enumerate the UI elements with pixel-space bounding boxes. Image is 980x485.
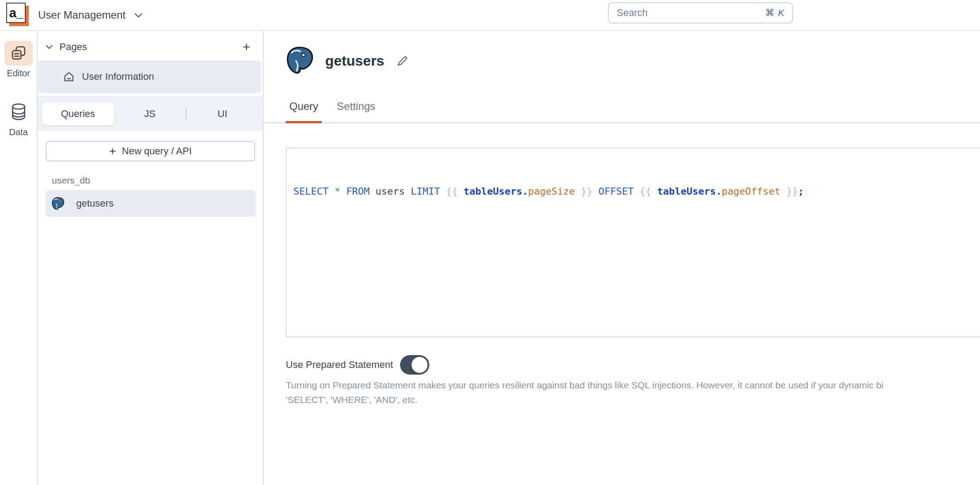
tab-queries-label: Queries [61,108,95,120]
search-input[interactable] [617,7,765,19]
tab-query-label: Query [289,100,318,112]
home-icon [63,71,75,82]
tab-settings-label: Settings [337,100,375,112]
explorer-tab-bar: Queries JS UI [38,97,263,131]
tab-query[interactable]: Query [286,98,322,122]
rail-label-data: Data [9,127,27,137]
main-panel: getusers Query Settings SELECT * FROM us… [264,31,980,485]
pencil-icon [397,55,409,67]
app-title-dropdown[interactable]: User Management [38,0,143,30]
new-query-label: New query / API [122,145,192,157]
prepared-statement-help: Turning on Prepared Statement makes your… [286,378,980,407]
rail-item-editor[interactable]: Editor [0,41,37,78]
sidebar: Pages + User Information Queries JS UI +… [38,31,264,485]
rail-item-data[interactable]: Data [0,100,37,137]
left-rail: Editor Data [0,31,38,485]
add-page-button[interactable]: + [242,43,250,51]
postgresql-icon [286,46,314,76]
prepared-statement-row: Use Prepared Statement [286,355,980,375]
datasource-group-label: users_db [52,175,263,186]
prepared-statement-label: Use Prepared Statement [286,359,393,371]
new-query-button[interactable]: + New query / API [46,141,255,161]
sidebar-item-user-information[interactable]: User Information [38,60,261,93]
tab-queries[interactable]: Queries [42,102,114,125]
pages-stack-icon [11,45,27,61]
tab-js[interactable]: JS [114,102,186,125]
pages-section-title: Pages [59,41,236,53]
tab-ui-label: UI [218,108,227,120]
rail-label-editor: Editor [7,68,30,78]
database-icon [9,102,28,122]
chevron-down-icon [134,13,143,18]
command-icon: ⌘ [765,8,774,18]
app-title-label: User Management [38,9,125,21]
tab-js-label: JS [144,108,156,120]
sql-editor[interactable]: SELECT * FROM users LIMIT {{ tableUsers.… [286,148,980,337]
page-item-label: User Information [82,71,154,82]
editor-tab-bar: Query Settings [264,98,980,123]
prepared-statement-toggle[interactable] [400,355,429,375]
plus-icon: + [109,146,116,156]
pages-section-header[interactable]: Pages + [38,31,263,59]
help-line-1: Turning on Prepared Statement makes your… [286,378,980,392]
shortcut-key: K [778,8,784,18]
chevron-down-icon [46,45,53,49]
search-shortcut: ⌘ K [765,8,784,18]
query-header: getusers [286,46,980,76]
query-title: getusers [325,53,384,69]
tab-ui[interactable]: UI [187,102,258,125]
editor-icon-box [4,41,33,66]
edit-name-button[interactable] [397,55,409,67]
query-item-getusers[interactable]: getusers [46,190,256,217]
sql-code-line: SELECT * FROM users LIMIT {{ tableUsers.… [293,185,980,198]
data-icon-box [4,100,33,125]
top-bar: a_ User Management ⌘ K [0,0,980,31]
app-logo[interactable]: a_ [6,3,26,23]
help-line-2: 'SELECT', 'WHERE', 'AND', etc. [286,392,980,407]
search-box[interactable]: ⌘ K [608,2,793,23]
toggle-knob [412,357,428,373]
tab-settings[interactable]: Settings [333,98,379,122]
postgresql-icon [51,197,65,211]
app-logo-text: a_ [9,6,23,20]
query-item-label: getusers [76,198,113,209]
